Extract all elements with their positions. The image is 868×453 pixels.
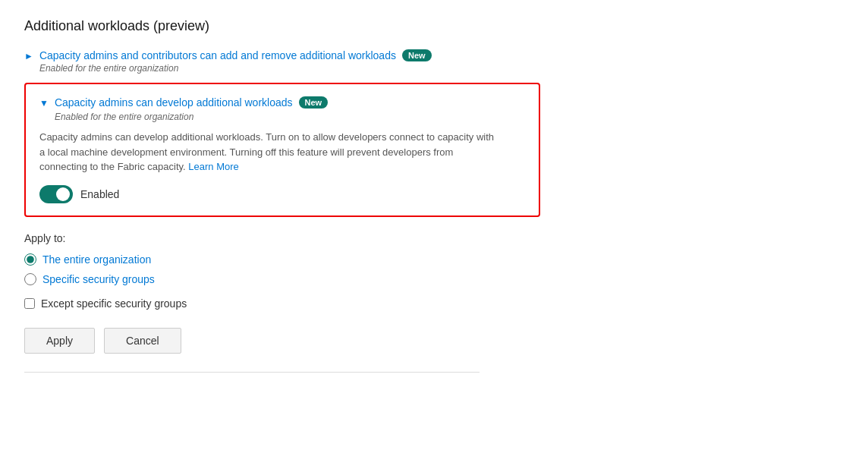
except-groups-checkbox[interactable]	[24, 298, 35, 309]
radio-group: The entire organization Specific securit…	[24, 253, 844, 285]
toggle-container: Enabled	[39, 185, 525, 203]
workload-1-badge: New	[402, 49, 432, 61]
workload-1-subtitle: Enabled for the entire organization	[39, 63, 432, 74]
apply-to-section: Apply to: The entire organization Specif…	[24, 232, 844, 354]
radio-specific-groups-label: Specific security groups	[42, 273, 155, 285]
radio-specific-groups-input[interactable]	[24, 273, 36, 285]
page-title: Additional workloads (preview)	[24, 18, 844, 34]
apply-button[interactable]: Apply	[24, 328, 95, 354]
button-row: Apply Cancel	[24, 328, 844, 354]
workload-item-2-expanded: ▼ Capacity admins can develop additional…	[24, 83, 540, 217]
workload-2-subtitle: Enabled for the entire organization	[55, 112, 328, 122]
radio-specific-groups[interactable]: Specific security groups	[24, 273, 844, 285]
except-specific-groups[interactable]: Except specific security groups	[24, 297, 844, 310]
enabled-toggle[interactable]	[39, 185, 73, 203]
workload-2-title: Capacity admins can develop additional w…	[55, 96, 293, 109]
radio-entire-org-input[interactable]	[24, 253, 36, 266]
chevron-right-icon[interactable]: ►	[24, 51, 33, 61]
workload-1-title: Capacity admins and contributors can add…	[39, 49, 396, 61]
workload-2-badge: New	[299, 96, 329, 109]
apply-to-label: Apply to:	[24, 232, 844, 244]
section-divider	[24, 372, 480, 373]
radio-entire-org[interactable]: The entire organization	[24, 253, 844, 266]
chevron-down-icon[interactable]: ▼	[39, 98, 49, 109]
workload-2-header-row: ▼ Capacity admins can develop additional…	[39, 96, 525, 122]
except-groups-label: Except specific security groups	[41, 297, 187, 310]
workload-item-1: ► Capacity admins and contributors can a…	[24, 49, 844, 74]
learn-more-link[interactable]: Learn More	[188, 161, 238, 172]
radio-entire-org-label: The entire organization	[42, 253, 151, 266]
cancel-button[interactable]: Cancel	[104, 328, 181, 354]
toggle-label: Enabled	[80, 188, 119, 200]
workload-2-description: Capacity admins can develop additional w…	[39, 130, 495, 175]
